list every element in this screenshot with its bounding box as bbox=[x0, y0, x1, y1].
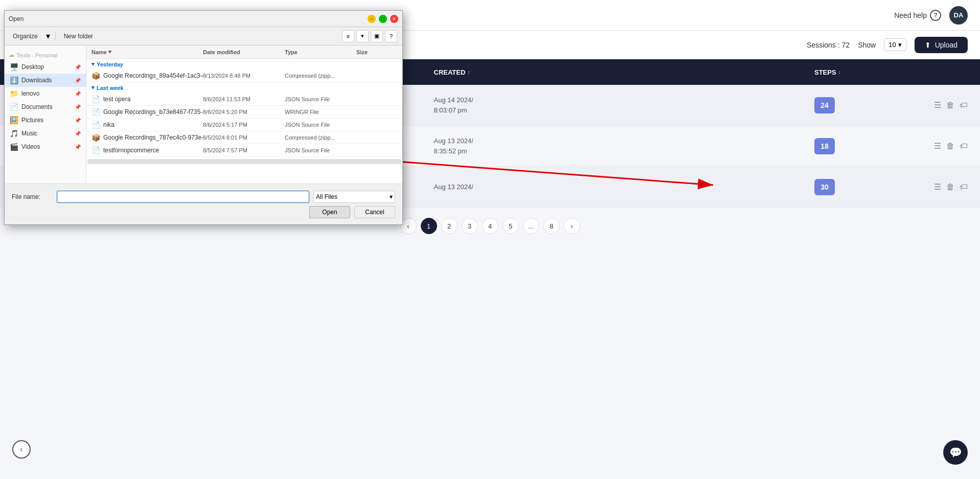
filename-input[interactable] bbox=[57, 191, 309, 203]
show-select[interactable]: 10 ▾ bbox=[884, 38, 906, 51]
row3-actions: ☰ 🗑 🏷 bbox=[917, 182, 968, 192]
pin-icon: 📌 bbox=[75, 91, 81, 97]
page-next[interactable]: › bbox=[564, 218, 580, 234]
view-dropdown-icon[interactable]: ▾ bbox=[356, 30, 369, 42]
json-icon: 📄 bbox=[92, 95, 100, 103]
file-row[interactable]: 📄 testfornopcommerce 8/5/2024 7:57 PM JS… bbox=[86, 144, 402, 157]
file-name: 📄 nika bbox=[92, 121, 203, 129]
row3-steps-badge: 30 bbox=[814, 179, 835, 195]
file-name: 📄 testfornopcommerce bbox=[92, 146, 203, 154]
avatar: DA bbox=[949, 6, 968, 25]
filename-label: File name: bbox=[12, 193, 53, 200]
dialog-toolbar: Organize ▾ New folder ≡ ▾ ▣ ? bbox=[5, 27, 402, 45]
cancel-button[interactable]: Cancel bbox=[354, 206, 395, 218]
folder-icon: 📁 bbox=[10, 89, 18, 98]
sessions-count: Sessions : 72 bbox=[807, 41, 850, 49]
filetype-select[interactable]: All Files ▾ bbox=[313, 191, 395, 203]
pin-icon: 📌 bbox=[75, 131, 81, 136]
dialog-filelist: Name ▾ Date modified Type Size ▾ Yesterd… bbox=[86, 45, 402, 184]
filelist-header: Name ▾ Date modified Type Size bbox=[86, 45, 402, 59]
th-created[interactable]: CREATED ↕ bbox=[434, 69, 815, 76]
organize-button[interactable]: Organize bbox=[10, 32, 41, 41]
help-icon[interactable]: ? bbox=[385, 30, 397, 42]
group-lastweek[interactable]: ▾ Last week bbox=[86, 82, 402, 93]
row2-delete-icon[interactable]: 🗑 bbox=[946, 142, 954, 151]
nav-lenovo[interactable]: 📁 lenovo 📌 bbox=[5, 87, 86, 100]
nav-pictures[interactable]: 🖼️ Pictures 📌 bbox=[5, 113, 86, 127]
page-4[interactable]: 4 bbox=[482, 218, 498, 234]
row1-tag-icon[interactable]: 🏷 bbox=[960, 101, 968, 110]
row3-tag-icon[interactable]: 🏷 bbox=[960, 183, 968, 192]
back-button[interactable]: ‹ bbox=[12, 440, 31, 459]
page-2[interactable]: 2 bbox=[441, 218, 458, 234]
file-row[interactable]: 📦 Google Recordings_89a454ef-1ac3-469d..… bbox=[86, 70, 402, 82]
pin-icon: 📌 bbox=[75, 78, 81, 83]
page-8[interactable]: 8 bbox=[543, 218, 560, 234]
row2-steps-badge: 18 bbox=[814, 138, 835, 154]
nav-documents[interactable]: 📄 Documents 📌 bbox=[5, 100, 86, 113]
view-panel-icon[interactable]: ▣ bbox=[371, 30, 383, 42]
nav-downloads[interactable]: ⬇️ Downloads 📌 bbox=[5, 74, 86, 87]
row3-list-icon[interactable]: ☰ bbox=[934, 182, 941, 192]
file-name: 📦 Google Recordings_787ec4c0-973e-4235..… bbox=[92, 133, 203, 142]
upload-button[interactable]: ⬆ Upload bbox=[915, 37, 968, 53]
file-row[interactable]: 📦 Google Recordings_787ec4c0-973e-4235..… bbox=[86, 131, 402, 144]
music-icon: 🎵 bbox=[10, 129, 18, 138]
page-3[interactable]: 3 bbox=[462, 218, 478, 234]
chat-button[interactable]: 💬 bbox=[943, 440, 968, 465]
row3-created: Aug 13 2024/ bbox=[434, 182, 815, 192]
row2-tag-icon[interactable]: 🏷 bbox=[960, 142, 968, 151]
dialog-actions: Open Cancel bbox=[12, 206, 395, 218]
dialog-bottom: File name: All Files ▾ Open Cancel bbox=[5, 184, 402, 224]
file-row[interactable]: 📄 nika 8/6/2024 5:17 PM JSON Source File bbox=[86, 119, 402, 131]
page-1[interactable]: 1 bbox=[421, 218, 437, 234]
row2-list-icon[interactable]: ☰ bbox=[934, 141, 941, 151]
file-row[interactable]: 📄 test opera 8/6/2024 11:53 PM JSON Sour… bbox=[86, 93, 402, 106]
minimize-button[interactable]: − bbox=[368, 15, 376, 23]
row2-actions: ☰ 🗑 🏷 bbox=[917, 141, 968, 151]
desktop-icon: 🖥️ bbox=[10, 63, 18, 71]
filename-row: File name: All Files ▾ bbox=[12, 191, 395, 203]
help-circle-icon: ? bbox=[930, 10, 941, 21]
dialog-controls: − □ ✕ bbox=[368, 15, 398, 23]
row1-delete-icon[interactable]: 🗑 bbox=[946, 101, 954, 110]
videos-icon: 🎬 bbox=[10, 143, 18, 151]
file-name: 📦 Google Recordings_89a454ef-1ac3-469d..… bbox=[92, 72, 203, 80]
fh-name[interactable]: Name ▾ bbox=[92, 49, 203, 55]
row1-created: Aug 14 2024/8:03:07 pm bbox=[434, 95, 815, 115]
view-icons: ≡ ▾ ▣ ? bbox=[342, 30, 397, 42]
group-yesterday[interactable]: ▾ Yesterday bbox=[86, 59, 402, 70]
need-help-button[interactable]: Need help ? bbox=[894, 10, 941, 21]
row3-steps: 30 bbox=[814, 179, 917, 195]
nav-videos[interactable]: 🎬 Videos 📌 bbox=[5, 140, 86, 153]
pin-icon: 📌 bbox=[75, 118, 81, 123]
row1-list-icon[interactable]: ☰ bbox=[934, 100, 941, 110]
row3-delete-icon[interactable]: 🗑 bbox=[946, 183, 954, 192]
close-button[interactable]: ✕ bbox=[390, 15, 398, 23]
dialog-titlebar: Open − □ ✕ bbox=[5, 11, 402, 27]
fh-size[interactable]: Size bbox=[356, 49, 397, 55]
new-folder-button[interactable]: New folder bbox=[61, 32, 96, 41]
file-row[interactable]: 📄 Google Recordings_b73e8467-f735-40d3..… bbox=[86, 106, 402, 119]
json-icon: 📄 bbox=[92, 121, 100, 129]
scrollbar[interactable] bbox=[87, 159, 401, 164]
show-label: Show bbox=[858, 41, 876, 49]
nav-desktop[interactable]: 🖥️ Desktop 📌 bbox=[5, 60, 86, 74]
fh-type[interactable]: Type bbox=[285, 49, 356, 55]
cloud-nav-item[interactable]: ☁ Teuta - Personal bbox=[5, 50, 86, 60]
zip-icon: 📦 bbox=[92, 133, 100, 142]
file-name: 📄 test opera bbox=[92, 95, 203, 103]
pin-icon: 📌 bbox=[75, 104, 81, 110]
fh-date[interactable]: Date modified bbox=[203, 49, 285, 55]
row2-created: Aug 13 2024/8:35:52 pm bbox=[434, 136, 815, 156]
page-5[interactable]: 5 bbox=[503, 218, 519, 234]
th-steps[interactable]: STEPS ↕ bbox=[814, 69, 917, 76]
json-icon: 📄 bbox=[92, 146, 100, 154]
nav-music[interactable]: 🎵 Music 📌 bbox=[5, 127, 86, 140]
file-open-dialog: Open − □ ✕ Organize ▾ New folder ≡ ▾ ▣ ?… bbox=[4, 10, 403, 225]
open-button[interactable]: Open bbox=[309, 206, 350, 218]
row2-steps: 18 bbox=[814, 138, 917, 154]
view-list-icon[interactable]: ≡ bbox=[342, 30, 354, 42]
maximize-button[interactable]: □ bbox=[379, 15, 387, 23]
toolbar-separator bbox=[55, 32, 56, 41]
